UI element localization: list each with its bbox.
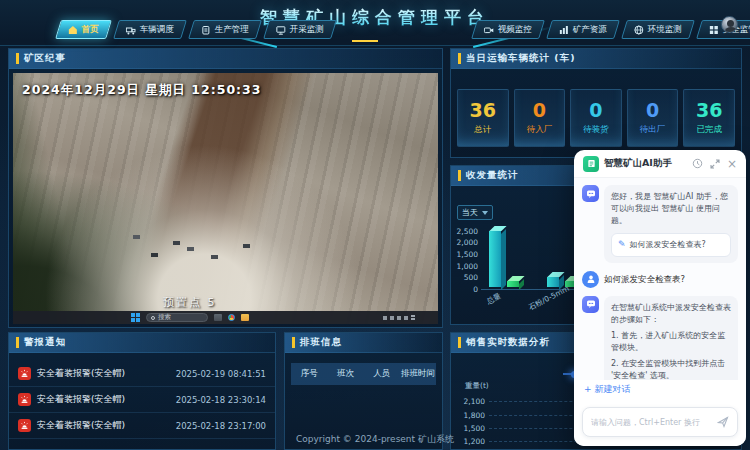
tab-video-surveillance[interactable]: 视频监控 xyxy=(471,20,545,39)
alarm-list-item[interactable]: 安全着装报警(安全帽) 2025-02-18 23:30:14 xyxy=(9,387,275,413)
magnifier-icon xyxy=(151,316,155,320)
title-accent-yellow xyxy=(352,40,378,42)
mine-camera-video[interactable]: 2024年12月29日 星期日 12:50:33 预置点 5 搜索 xyxy=(13,73,438,324)
taskbar-center: 搜索 xyxy=(131,313,249,322)
avatar-head xyxy=(727,20,734,27)
ai-assistant-panel: 智慧矿山AI助手 × 您好，我是 智慧矿山AI 助手，您可以向我提出 智慧矿山 … xyxy=(574,150,746,446)
tab-mining-monitoring[interactable]: 开采监测 xyxy=(263,20,337,39)
answer-steps: 1. 首先，进入矿山系统的安全监管模块。 2. 在安全监管模块中找到并点击 '安… xyxy=(611,330,731,381)
tab-production-management[interactable]: 生产管理 xyxy=(188,20,262,39)
embedded-windows-taskbar: 搜索 xyxy=(13,311,438,324)
header-accent-bar xyxy=(16,53,19,64)
panel-header: 矿区纪事 xyxy=(9,49,442,69)
alarm-siren-icon xyxy=(18,419,31,432)
stat-pending-exit: 0 待出厂 xyxy=(627,89,679,147)
history-icon[interactable] xyxy=(692,154,703,173)
question-input[interactable] xyxy=(591,418,711,427)
ai-input-box xyxy=(582,407,738,437)
taskbar-search-box: 搜索 xyxy=(146,313,208,322)
bot-answer-bubble: 在智慧矿山系统中派发安全检查表的步骤如下： 1. 首先，进入矿山系统的安全监管模… xyxy=(604,296,738,381)
panel-header: 当日运输车辆统计 (车) xyxy=(451,49,741,69)
tab-mineral-resources[interactable]: 矿产资源 xyxy=(546,20,620,39)
stat-completed: 36 已完成 xyxy=(683,89,735,147)
header-accent-bar xyxy=(458,53,461,64)
bar-total-green xyxy=(507,281,519,287)
bot-avatar-icon xyxy=(582,185,599,202)
mine-chronicle-panel: 矿区纪事 2024年12月29日 星期日 12:50:33 预置点 5 搜索 xyxy=(8,48,443,328)
bot-message: 您好，我是 智慧矿山AI 助手，您可以向我提出 智慧矿山 使用问题。 ✎ 如何派… xyxy=(582,185,738,263)
schedule-table-header: 序号 班次 人员 排班时间 xyxy=(291,363,436,385)
ai-chat-messages: 您好，我是 智慧矿山AI 助手，您可以向我提出 智慧矿山 使用问题。 ✎ 如何派… xyxy=(574,178,746,380)
ai-assistant-logo-icon xyxy=(583,156,599,172)
left-tab-group: 首页 车辆调度 生产管理 开采监测 xyxy=(58,20,334,39)
time-range-select[interactable]: 当天 xyxy=(457,205,493,220)
bot-message: 在智慧矿山系统中派发安全检查表的步骤如下： 1. 首先，进入矿山系统的安全监管模… xyxy=(582,296,738,381)
suggested-question-chip[interactable]: ✎ 如何派发安全检查表? xyxy=(611,233,731,257)
globe-icon xyxy=(634,25,644,35)
trucks-in-quarry xyxy=(173,241,180,245)
grid-icon xyxy=(709,25,719,35)
clipboard-icon xyxy=(201,25,211,35)
ai-panel-header: 智慧矿山AI助手 × xyxy=(574,150,746,178)
home-icon xyxy=(68,25,78,35)
bot-greeting-bubble: 您好，我是 智慧矿山AI 助手，您可以向我提出 智慧矿山 使用问题。 ✎ 如何派… xyxy=(604,185,738,263)
tab-environment-monitoring[interactable]: 环境监测 xyxy=(621,20,695,39)
expand-icon[interactable] xyxy=(710,154,720,173)
bar-stonepowder-cyan xyxy=(547,277,559,287)
user-avatar-icon xyxy=(582,271,599,288)
header-accent-bar xyxy=(292,337,295,348)
stat-box-row: 36 总计 0 待入厂 0 待装货 0 待出厂 36 已完成 xyxy=(457,89,735,147)
ai-panel-footer: + 新建对话 xyxy=(574,380,746,446)
panel-header: 警报通知 xyxy=(9,333,275,353)
taskbar-tray xyxy=(383,314,433,321)
monitor-icon xyxy=(276,25,286,35)
daily-vehicle-stats-panel: 当日运输车辆统计 (车) 36 总计 0 待入厂 0 待装货 0 待出厂 36 … xyxy=(450,48,742,158)
pen-icon: ✎ xyxy=(618,238,626,252)
folder-icon xyxy=(241,314,249,321)
windows-start-icon xyxy=(131,313,140,322)
tab-vehicle-dispatch[interactable]: 车辆调度 xyxy=(113,20,187,39)
header-accent-bar xyxy=(458,337,461,348)
tray-clock xyxy=(411,314,433,321)
browser-icon xyxy=(228,314,235,321)
truck-icon xyxy=(126,25,136,35)
header-accent-bar xyxy=(16,337,19,348)
camera-preset-label: 预置点 5 xyxy=(163,295,217,310)
stat-pending-loading: 0 待装货 xyxy=(570,89,622,147)
user-avatar[interactable] xyxy=(721,16,738,33)
panel-header: 排班信息 xyxy=(285,333,442,353)
header-accent-bar xyxy=(458,170,461,181)
stat-pending-entry: 0 待入厂 xyxy=(514,89,566,147)
tab-home[interactable]: 首页 xyxy=(55,20,112,39)
top-navigation-bar: 智慧矿山综合管理平台 首页 车辆调度 生产管理 开采监测 视频监控 矿产资源 xyxy=(0,0,750,46)
video-timestamp-overlay: 2024年12月29日 星期日 12:50:33 xyxy=(22,82,261,99)
close-icon[interactable]: × xyxy=(727,158,737,170)
chevron-down-icon xyxy=(482,211,488,215)
video-camera-icon xyxy=(484,25,494,35)
right-tab-group: 视频监控 矿产资源 环境监测 安全监管 xyxy=(474,20,750,39)
alarm-list: 安全着装报警(安全帽) 2025-02-19 08:41:51 安全着装报警(安… xyxy=(9,361,275,439)
alarm-list-item[interactable]: 安全着装报警(安全帽) 2025-02-19 08:41:51 xyxy=(9,361,275,387)
alarm-siren-icon xyxy=(18,367,31,380)
stat-total: 36 总计 xyxy=(457,89,509,147)
alarm-siren-icon xyxy=(18,393,31,406)
bot-avatar-icon xyxy=(582,296,599,313)
user-message: 如何派发安全检查表? xyxy=(582,271,738,288)
bar-chart-icon xyxy=(559,25,569,35)
bar-total-cyan xyxy=(489,231,501,287)
new-chat-link[interactable]: + 新建对话 xyxy=(584,383,630,396)
file-explorer-icon xyxy=(214,314,222,321)
send-icon[interactable] xyxy=(717,416,729,428)
